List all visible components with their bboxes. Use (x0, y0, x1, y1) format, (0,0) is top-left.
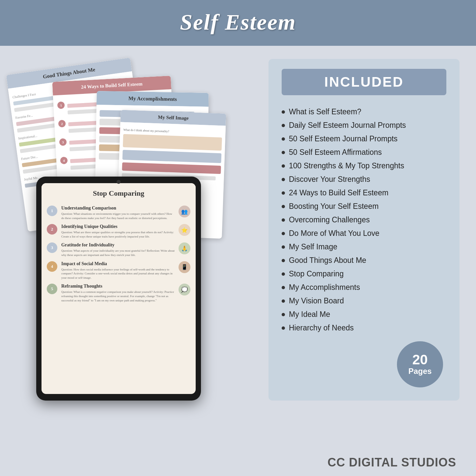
bullet-icon (282, 137, 285, 141)
bullet-icon (282, 272, 285, 276)
tablet-item-text-2: Question: What are three unique qualitie… (61, 230, 175, 238)
main-content: Good Things About Me Challenges I Face F… (0, 46, 476, 414)
list-item: 50 Self Esteem Affirmations (282, 146, 446, 159)
bullet-icon (282, 151, 285, 154)
tablet-item-text-5: Question: What is a common negative comp… (61, 290, 175, 302)
tablet-item-icon-3: 🙏 (179, 242, 190, 254)
list-item: My Ideal Me (282, 308, 446, 321)
list-item: My Vision Board (282, 294, 446, 308)
list-item: Daily Self Esteem Journal Prompts (282, 119, 446, 132)
bullet-icon (282, 205, 285, 208)
bullet-icon (282, 124, 285, 127)
tablet-item-title-1: Understanding Comparison (61, 206, 175, 211)
tablet-item-1: 1 Understanding Comparison Question: Wha… (47, 206, 190, 220)
included-header: INCLUDED (282, 69, 446, 95)
tablet-item-title-4: Impact of Social Media (61, 261, 175, 266)
tablet-items: 1 Understanding Comparison Question: Wha… (42, 206, 196, 312)
footer: CC DIGITAL STUDIOS (327, 456, 456, 469)
page-title: Self Esteem (0, 9, 476, 35)
pages-badge: 20 Pages (397, 341, 443, 387)
bullet-icon (282, 178, 285, 181)
tablet-outer: Stop Comparing 1 Understanding Compariso… (36, 177, 201, 401)
bullet-icon (282, 191, 285, 195)
page-stack: Good Things About Me Challenges I Face F… (16, 59, 255, 401)
included-header-text: INCLUDED (324, 74, 404, 90)
tablet-item-content-5: Reframing Thoughts Question: What is a c… (61, 284, 175, 302)
tablet-item-3: 3 Gratitude for Individuality Question: … (47, 242, 190, 257)
list-item: Do More of What You Love (282, 227, 446, 240)
left-panel: Good Things About Me Challenges I Face F… (16, 59, 255, 401)
list-item: Good Things About Me (282, 254, 446, 267)
list-item: My Self Image (282, 240, 446, 254)
tablet-screen: Stop Comparing 1 Understanding Compariso… (42, 183, 196, 394)
tablet-item-icon-2: ⭐ (179, 224, 190, 236)
bullet-icon (282, 164, 285, 168)
tablet-item-2: 2 Identifying Unique Qualities Question:… (47, 224, 190, 238)
bullet-icon (282, 259, 285, 262)
bullet-icon (282, 245, 285, 249)
brand-name: CC DIGITAL STUDIOS (327, 456, 456, 469)
list-item: 100 Strengths & My Top Strenghts (282, 159, 446, 173)
bullet-icon (282, 286, 285, 289)
tablet-item-4: 4 Impact of Social Media Question: How d… (47, 261, 190, 280)
list-item: 24 Ways to Build Self Esteem (282, 186, 446, 200)
tablet-item-icon-5: 💭 (179, 284, 190, 295)
list-item: Hierarchy of Needs (282, 321, 446, 335)
list-item: Boosting Your Self Esteem (282, 200, 446, 213)
list-item: Stop Comparing (282, 267, 446, 281)
included-list: What is Self Esteem? Daily Self Esteem J… (282, 105, 446, 335)
included-box: INCLUDED What is Self Esteem? Daily Self… (268, 59, 460, 401)
tablet-number-3: 3 (47, 242, 57, 253)
tablet-item-icon-1: 👥 (179, 206, 190, 217)
tablet-item-5: 5 Reframing Thoughts Question: What is a… (47, 284, 190, 302)
tablet-number-4: 4 (47, 261, 57, 272)
tablet-page-title: Stop Comparing (42, 183, 196, 202)
tablet-item-text-3: Question: What aspects of your individua… (61, 249, 175, 257)
bullet-icon (282, 326, 285, 330)
tablet-item-text-1: Question: What situations or environment… (61, 212, 175, 220)
tablet-item-content-1: Understanding Comparison Question: What … (61, 206, 175, 220)
list-item: Overcoming Challenges (282, 213, 446, 227)
tablet-item-content-4: Impact of Social Media Question: How doe… (61, 261, 175, 280)
pages-number: 20 (412, 353, 428, 367)
bullet-icon (282, 232, 285, 235)
list-item: Discover Your Strengths (282, 173, 446, 186)
tablet-item-text-4: Question: How does social media influenc… (61, 267, 175, 280)
tablet-item-title-3: Gratitude for Individuality (61, 242, 175, 248)
bullet-icon (282, 218, 285, 222)
tablet-item-title-5: Reframing Thoughts (61, 284, 175, 289)
tablet-number-2: 2 (47, 224, 57, 235)
right-panel: INCLUDED What is Self Esteem? Daily Self… (268, 59, 460, 401)
header: Self Esteem (0, 0, 476, 46)
tablet-item-icon-4: 📱 (179, 261, 190, 273)
tablet-item-title-2: Identifying Unique Qualities (61, 224, 175, 229)
bullet-icon (282, 110, 285, 114)
tablet-item-content-2: Identifying Unique Qualities Question: W… (61, 224, 175, 238)
bullet-icon (282, 313, 285, 316)
tablet-camera (117, 180, 121, 184)
list-item: 50 Self Esteem Journal Prompts (282, 132, 446, 146)
bullet-icon (282, 299, 285, 303)
tablet-device: Stop Comparing 1 Understanding Compariso… (36, 177, 201, 401)
tablet-number-1: 1 (47, 206, 57, 216)
list-item: What is Self Esteem? (282, 105, 446, 119)
tablet-number-5: 5 (47, 284, 57, 294)
page-accomplishments-header: My Accomplishments (97, 91, 209, 107)
list-item: My Accomplishments (282, 281, 446, 294)
tablet-item-content-3: Gratitude for Individuality Question: Wh… (61, 242, 175, 257)
pages-label: Pages (408, 367, 432, 376)
